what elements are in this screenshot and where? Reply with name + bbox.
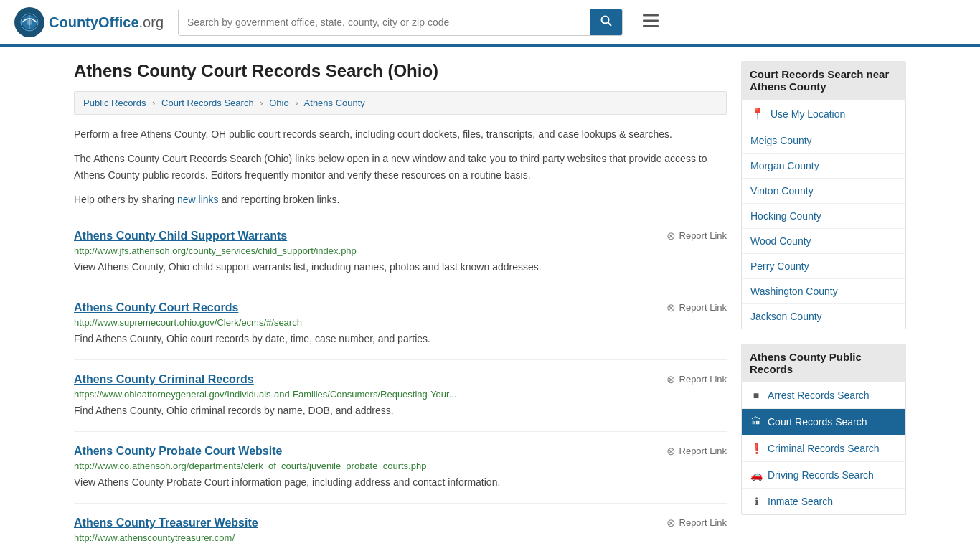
location-pin-icon: 📍 bbox=[750, 107, 765, 121]
svg-line-5 bbox=[608, 23, 612, 27]
arrest-records-icon: ■ bbox=[750, 390, 762, 401]
result-url[interactable]: http://www.co.athensoh.org/departments/c… bbox=[74, 461, 727, 471]
result-url[interactable]: http://www.supremecourt.ohio.gov/Clerk/e… bbox=[74, 317, 727, 328]
breadcrumb-court-records-search[interactable]: Court Records Search bbox=[161, 98, 254, 108]
nearby-county-vinton[interactable]: Vinton County bbox=[742, 179, 905, 204]
result-description: Find Athens County, Ohio criminal record… bbox=[74, 403, 727, 418]
main-container: Athens County Court Records Search (Ohio… bbox=[60, 47, 920, 551]
report-icon: ⊗ bbox=[666, 517, 676, 529]
result-url[interactable]: http://www.jfs.athensoh.org/county_servi… bbox=[74, 245, 727, 256]
result-description: View Athens County Probate Court informa… bbox=[74, 475, 727, 490]
inmate-search-icon: ℹ bbox=[750, 496, 762, 507]
nearby-county-morgan[interactable]: Morgan County bbox=[742, 154, 905, 179]
court-records-icon: 🏛 bbox=[750, 416, 762, 428]
nearby-county-washington[interactable]: Washington County bbox=[742, 279, 905, 304]
result-title[interactable]: Athens County Treasurer Website bbox=[74, 517, 258, 529]
result-item: Athens County Court Records ⊗ Report Lin… bbox=[74, 288, 727, 360]
public-records-section: Athens County Public Records ■ Arrest Re… bbox=[741, 344, 906, 515]
svg-point-4 bbox=[602, 17, 609, 24]
public-records-header: Athens County Public Records bbox=[741, 344, 906, 382]
breadcrumb-ohio[interactable]: Ohio bbox=[269, 98, 288, 108]
result-title[interactable]: Athens County Court Records bbox=[74, 301, 238, 314]
nearby-county-jackson[interactable]: Jackson County bbox=[742, 304, 905, 329]
svg-rect-8 bbox=[643, 25, 659, 27]
result-item: Athens County Criminal Records ⊗ Report … bbox=[74, 360, 727, 432]
nearby-header: Court Records Search near Athens County bbox=[741, 61, 906, 100]
search-button[interactable] bbox=[590, 9, 622, 35]
criminal-records-icon: ❗ bbox=[750, 443, 762, 454]
result-url[interactable]: https://www.ohioattorneygeneral.gov/Indi… bbox=[74, 389, 727, 400]
sidebar-arrest-records[interactable]: ■ Arrest Records Search bbox=[742, 382, 905, 409]
result-url[interactable]: http://www.athenscountytreasurer.com/ bbox=[74, 532, 727, 543]
logo-link[interactable]: CountyOffice.org bbox=[14, 7, 164, 37]
sidebar: Court Records Search near Athens County … bbox=[741, 61, 906, 551]
svg-rect-6 bbox=[643, 14, 659, 17]
description-3: Help others by sharing new links and rep… bbox=[74, 192, 727, 207]
nearby-links: 📍 Use My Location Meigs County Morgan Co… bbox=[741, 100, 906, 329]
result-description: Find Athens County, Ohio court records b… bbox=[74, 331, 727, 347]
driving-records-icon: 🚗 bbox=[750, 469, 762, 481]
report-link-button[interactable]: ⊗ Report Link bbox=[666, 230, 727, 242]
result-title[interactable]: Athens County Criminal Records bbox=[74, 373, 254, 386]
nearby-county-meigs[interactable]: Meigs County bbox=[742, 128, 905, 154]
result-item: Athens County Probate Court Website ⊗ Re… bbox=[74, 432, 727, 504]
logo-text: CountyOffice.org bbox=[49, 14, 164, 31]
sidebar-court-records[interactable]: 🏛 Court Records Search bbox=[742, 409, 905, 435]
sidebar-criminal-records[interactable]: ❗ Criminal Records Search bbox=[742, 435, 905, 462]
result-item: Athens County Treasurer Website ⊗ Report… bbox=[74, 504, 727, 551]
report-icon: ⊗ bbox=[666, 230, 676, 242]
nearby-section: Court Records Search near Athens County … bbox=[741, 61, 906, 329]
report-link-button[interactable]: ⊗ Report Link bbox=[666, 517, 727, 529]
breadcrumb: Public Records › Court Records Search › … bbox=[74, 91, 727, 115]
report-icon: ⊗ bbox=[666, 301, 676, 314]
search-input[interactable] bbox=[179, 9, 590, 35]
sidebar-inmate-search[interactable]: ℹ Inmate Search bbox=[742, 489, 905, 514]
breadcrumb-public-records[interactable]: Public Records bbox=[83, 98, 146, 108]
description-2: The Athens County Court Records Search (… bbox=[74, 151, 727, 183]
svg-rect-7 bbox=[643, 20, 659, 22]
nearby-county-wood[interactable]: Wood County bbox=[742, 229, 905, 254]
report-icon: ⊗ bbox=[666, 373, 676, 386]
report-link-button[interactable]: ⊗ Report Link bbox=[666, 373, 727, 386]
report-icon: ⊗ bbox=[666, 445, 676, 458]
sidebar-driving-records[interactable]: 🚗 Driving Records Search bbox=[742, 462, 905, 489]
description-1: Perform a free Athens County, OH public … bbox=[74, 126, 727, 142]
site-header: CountyOffice.org bbox=[0, 0, 980, 47]
result-item: Athens County Child Support Warrants ⊗ R… bbox=[74, 217, 727, 288]
breadcrumb-athens-county[interactable]: Athens County bbox=[304, 98, 365, 108]
logo-icon bbox=[14, 7, 44, 37]
content-area: Athens County Court Records Search (Ohio… bbox=[74, 61, 727, 551]
new-links-link[interactable]: new links bbox=[177, 194, 219, 205]
use-my-location-link[interactable]: 📍 Use My Location bbox=[742, 100, 905, 128]
search-bar bbox=[178, 9, 623, 36]
report-link-button[interactable]: ⊗ Report Link bbox=[666, 445, 727, 458]
public-records-links: ■ Arrest Records Search 🏛 Court Records … bbox=[741, 382, 906, 515]
result-description: View Athens County, Ohio child support w… bbox=[74, 260, 727, 275]
page-title: Athens County Court Records Search (Ohio… bbox=[74, 61, 727, 81]
result-title[interactable]: Athens County Child Support Warrants bbox=[74, 230, 287, 242]
menu-button[interactable] bbox=[637, 10, 664, 34]
nearby-county-hocking[interactable]: Hocking County bbox=[742, 204, 905, 229]
report-link-button[interactable]: ⊗ Report Link bbox=[666, 301, 727, 314]
result-title[interactable]: Athens County Probate Court Website bbox=[74, 445, 282, 458]
nearby-county-perry[interactable]: Perry County bbox=[742, 254, 905, 279]
